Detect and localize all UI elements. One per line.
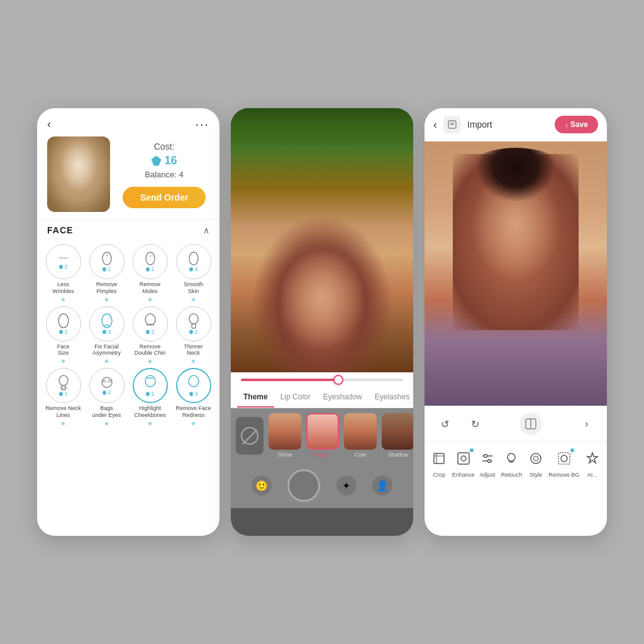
feature-add-icon[interactable]: ⊕: [148, 421, 152, 426]
phone2-slider-thumb[interactable]: [333, 375, 343, 385]
list-item[interactable]: 1 Remove NeckLines ⊕: [43, 368, 83, 426]
list-item[interactable]: 3 Remove FaceRedness ⊕: [174, 368, 213, 426]
phone1-face-image: [47, 136, 110, 212]
phone2-face-overlay: [231, 184, 413, 372]
capture-button[interactable]: [287, 469, 320, 502]
feature-label: Fix FacialAsymmetry: [92, 343, 121, 357]
list-item[interactable]: 2 ThinnerNeck ⊕: [174, 306, 213, 365]
list-item[interactable]: 〰 2 LessWrinkles ⊕: [43, 244, 83, 303]
feature-circle[interactable]: 2: [89, 368, 125, 403]
feature-circle[interactable]: 1: [89, 244, 125, 279]
feature-add-icon[interactable]: ⊕: [61, 297, 65, 303]
no-filter-icon: [241, 427, 258, 445]
person-button[interactable]: 👤: [372, 475, 392, 496]
tool-ai[interactable]: AI...: [581, 447, 604, 478]
list-item[interactable]: 4 SmoothSkin ⊕: [174, 244, 213, 303]
phone1-back-button[interactable]: ‹: [47, 118, 51, 131]
svg-point-3: [149, 255, 151, 257]
phone3-header: ‹ Import ↓ Save: [425, 108, 607, 142]
preset-face-cute: [344, 413, 377, 450]
phone1-feature-grid: 〰 2 LessWrinkles ⊕ 1 RemovePimples ⊕ 1: [37, 240, 219, 430]
svg-rect-23: [434, 453, 444, 464]
tool-style[interactable]: Style: [525, 447, 547, 478]
feature-add-icon[interactable]: ⊕: [191, 421, 196, 426]
list-item[interactable]: 1 RemoveMoles ⊕: [130, 244, 170, 303]
svg-point-27: [461, 456, 466, 461]
enhance-icon: [452, 447, 475, 470]
expand-button[interactable]: ›: [577, 414, 597, 434]
main-container: ‹ ··· Cost: 16 Balance: 4 Send Order FAC…: [12, 83, 632, 561]
feature-add-icon[interactable]: ⊕: [191, 297, 196, 303]
phone3-toolbar: Crop Enhance Adjust Retouch: [425, 441, 607, 486]
feature-circle[interactable]: 3: [176, 368, 211, 403]
tool-adjust[interactable]: Adjust: [476, 447, 499, 478]
phone1-hero: Cost: 16 Balance: 4 Send Order: [37, 136, 219, 219]
phone1-more-button[interactable]: ···: [195, 117, 209, 131]
send-order-button[interactable]: Send Order: [123, 187, 206, 208]
feature-circle[interactable]: 1: [133, 368, 168, 403]
svg-point-18: [189, 375, 199, 387]
feature-add-icon[interactable]: ⊕: [104, 421, 109, 426]
list-item[interactable]: 3 Fix FacialAsymmetry ⊕: [87, 306, 126, 365]
phone1-cost-value: 16: [151, 154, 177, 167]
tab-eyeshadow[interactable]: Eyeshadow: [317, 387, 369, 408]
tab-eyelashes[interactable]: Eyelashes: [369, 387, 413, 408]
remove-bg-label: Remove BG: [548, 472, 579, 478]
feature-circle[interactable]: 2: [133, 306, 168, 341]
svg-point-9: [189, 314, 198, 324]
svg-point-31: [488, 460, 491, 463]
preset-sugar[interactable]: Sugar...: [306, 413, 339, 458]
feature-circle[interactable]: 1: [46, 368, 81, 403]
feature-add-icon[interactable]: ⊕: [104, 358, 109, 364]
feature-circle[interactable]: 〰 2: [46, 244, 81, 279]
compare-button[interactable]: [519, 413, 542, 435]
undo-button[interactable]: ↺: [435, 414, 455, 434]
feature-circle[interactable]: 2: [46, 306, 81, 341]
list-item[interactable]: 1 HighlightCheekbones ⊕: [130, 368, 170, 426]
svg-rect-20: [450, 123, 454, 125]
feature-circle[interactable]: 3: [89, 306, 125, 341]
list-item[interactable]: 1 RemovePimples ⊕: [87, 244, 126, 303]
save-button[interactable]: ↓ Save: [555, 116, 598, 133]
preset-face-shadow: [382, 413, 413, 450]
adjust-label: Adjust: [480, 472, 496, 478]
feature-add-icon[interactable]: ⊕: [191, 358, 196, 364]
feature-circle[interactable]: 2: [176, 306, 211, 341]
preset-shadow-label: Shadow: [388, 452, 409, 458]
feature-circle[interactable]: 1: [133, 244, 168, 279]
list-item[interactable]: 2 Bagsunder Eyes ⊕: [87, 368, 126, 426]
tool-remove-bg[interactable]: Remove BG: [548, 447, 579, 478]
phone1-section-title: FACE: [47, 225, 73, 235]
feature-add-icon[interactable]: ⊕: [61, 421, 65, 426]
preset-cute[interactable]: Cute: [344, 413, 377, 458]
list-item[interactable]: 2 FaceSize ⊕: [43, 306, 83, 365]
phone2-slider[interactable]: [241, 379, 403, 381]
phone1-header: ‹ ···: [37, 108, 219, 136]
feature-circle[interactable]: 4: [176, 244, 211, 279]
tab-lip-color[interactable]: Lip Color: [274, 387, 317, 408]
tool-retouch[interactable]: Retouch: [500, 447, 523, 478]
phone3-header-left: ‹ Import: [433, 116, 492, 133]
svg-point-16: [108, 380, 111, 382]
redo-button[interactable]: ↻: [465, 414, 485, 434]
ai-label: AI...: [587, 472, 597, 478]
emoji-button[interactable]: 🙂: [252, 475, 272, 496]
preset-shine[interactable]: Shine: [269, 413, 301, 458]
tab-theme[interactable]: Theme: [237, 387, 274, 408]
feature-add-icon[interactable]: ⊕: [61, 358, 65, 364]
sticker-button[interactable]: ✦: [336, 475, 357, 496]
no-filter-button[interactable]: [236, 417, 264, 455]
tool-crop[interactable]: Crop: [428, 447, 450, 478]
preset-shine-label: Shine: [277, 452, 292, 458]
phone3-back-button[interactable]: ‹: [433, 118, 437, 131]
preset-shadow[interactable]: Shadow: [382, 413, 413, 458]
feature-add-icon[interactable]: ⊕: [104, 297, 109, 303]
chevron-up-icon[interactable]: ∧: [203, 225, 209, 235]
list-item[interactable]: 2 RemoveDouble Chin ⊕: [130, 306, 170, 365]
remove-bg-icon: [553, 447, 575, 470]
tool-enhance[interactable]: Enhance: [452, 447, 475, 478]
feature-add-icon[interactable]: ⊕: [148, 358, 152, 364]
phone2-bottom-bar: 🙂 ✦ 👤: [231, 463, 413, 508]
retouch-label: Retouch: [501, 472, 523, 478]
feature-add-icon[interactable]: ⊕: [148, 297, 152, 303]
